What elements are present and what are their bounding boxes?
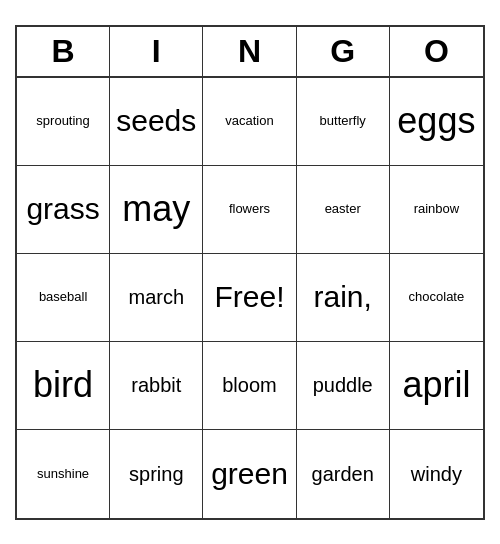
cell-text: april [402,363,470,406]
bingo-cell: eggs [390,78,483,166]
cell-text: sprouting [36,113,89,129]
bingo-cell: flowers [203,166,296,254]
header-letter: I [110,27,203,76]
cell-text: easter [325,201,361,217]
cell-text: baseball [39,289,87,305]
bingo-cell: bloom [203,342,296,430]
cell-text: vacation [225,113,273,129]
cell-text: bird [33,363,93,406]
bingo-cell: chocolate [390,254,483,342]
bingo-cell: easter [297,166,390,254]
cell-text: sunshine [37,466,89,482]
cell-text: may [122,187,190,230]
cell-text: bloom [222,373,276,397]
bingo-cell: baseball [17,254,110,342]
cell-text: chocolate [409,289,465,305]
bingo-cell: vacation [203,78,296,166]
cell-text: grass [26,191,99,227]
cell-text: spring [129,462,183,486]
bingo-cell: bird [17,342,110,430]
header-letter: B [17,27,110,76]
header-letter: N [203,27,296,76]
bingo-cell: green [203,430,296,518]
cell-text: puddle [313,373,373,397]
header-letter: O [390,27,483,76]
cell-text: march [129,285,185,309]
bingo-grid: sproutingseedsvacationbutterflyeggsgrass… [17,78,483,518]
bingo-cell: Free! [203,254,296,342]
cell-text: butterfly [320,113,366,129]
bingo-cell: butterfly [297,78,390,166]
cell-text: rain, [314,279,372,315]
bingo-card: BINGO sproutingseedsvacationbutterflyegg… [15,25,485,520]
cell-text: Free! [214,279,284,315]
cell-text: garden [312,462,374,486]
bingo-cell: seeds [110,78,203,166]
cell-text: rabbit [131,373,181,397]
bingo-cell: spring [110,430,203,518]
bingo-cell: windy [390,430,483,518]
bingo-header: BINGO [17,27,483,78]
cell-text: eggs [397,99,475,142]
header-letter: G [297,27,390,76]
cell-text: flowers [229,201,270,217]
bingo-cell: rabbit [110,342,203,430]
cell-text: seeds [116,103,196,139]
bingo-cell: grass [17,166,110,254]
bingo-cell: garden [297,430,390,518]
bingo-cell: march [110,254,203,342]
bingo-cell: rain, [297,254,390,342]
bingo-cell: may [110,166,203,254]
cell-text: rainbow [414,201,460,217]
bingo-cell: sprouting [17,78,110,166]
bingo-cell: sunshine [17,430,110,518]
cell-text: windy [411,462,462,486]
bingo-cell: april [390,342,483,430]
bingo-cell: puddle [297,342,390,430]
bingo-cell: rainbow [390,166,483,254]
cell-text: green [211,456,288,492]
